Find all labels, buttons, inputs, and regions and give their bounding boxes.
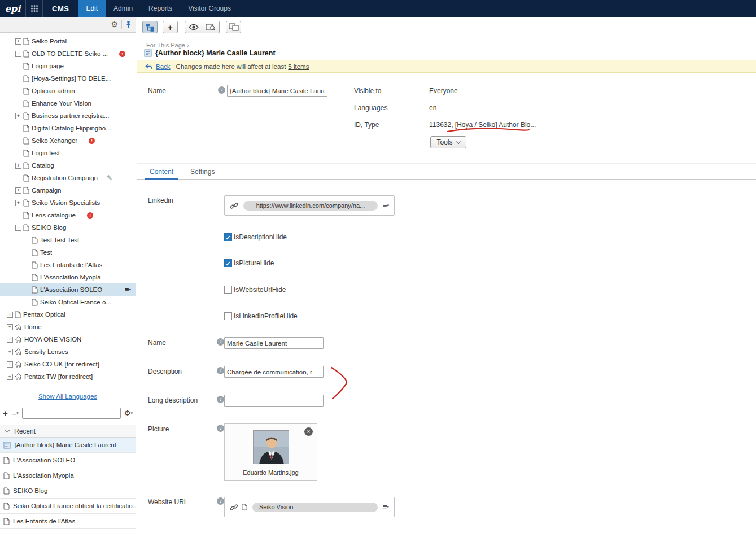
tree-item[interactable]: Digital Catalog Flippingbo... ! ✎ ≡▾ (0, 122, 136, 134)
tree-item[interactable]: + Catalog ! ✎ ≡▾ (0, 159, 136, 172)
tree-item[interactable]: [Hoya-Settings] TO DELE... ! ✎ ≡▾ (0, 72, 136, 85)
expander-icon[interactable]: + (7, 337, 13, 343)
tree-item[interactable]: Registration Campaign ! ✎ ≡▾ (0, 172, 136, 184)
tree-item[interactable]: L'Association SOLEO ! ✎ ≡▾ (0, 283, 136, 296)
tree-item-label: Test Test Test (40, 237, 79, 243)
tree-item[interactable]: Login page ! ✎ ≡▾ (0, 60, 136, 72)
info-icon[interactable]: i (217, 425, 224, 432)
context-menu-button[interactable]: ≡▾ (125, 286, 131, 294)
toggle-structure-button[interactable] (142, 21, 158, 33)
recent-section-header[interactable]: Recent (0, 425, 136, 438)
checkbox[interactable] (224, 259, 232, 267)
content-tab[interactable]: Settings (182, 164, 223, 179)
recent-item[interactable]: L'Association Myopia (0, 468, 136, 483)
expander-icon[interactable]: + (7, 361, 13, 368)
recent-item[interactable]: Seiko Optical France obtient la certific… (0, 499, 136, 514)
picture-drop-area[interactable]: × Eduardo Martins.jpg (224, 423, 317, 481)
tree-item[interactable]: + Campaign ! ✎ ≡▾ (0, 184, 136, 196)
back-link[interactable]: Back (156, 63, 171, 70)
expander-icon[interactable]: − (15, 51, 21, 57)
content-tab[interactable]: Content (141, 164, 182, 179)
checkbox[interactable] (224, 312, 232, 320)
expander-icon[interactable]: + (15, 187, 21, 194)
expander-icon[interactable]: + (7, 324, 13, 330)
tree-item[interactable]: + Home ! ✎ ≡▾ (0, 321, 136, 333)
expander-icon[interactable]: − (15, 225, 21, 231)
expander-icon[interactable]: + (7, 349, 13, 355)
picture-label: Picture (148, 425, 169, 433)
expander-icon[interactable]: + (7, 312, 13, 318)
info-icon[interactable]: i (217, 396, 224, 403)
tools-dropdown-button[interactable]: Tools (430, 136, 466, 148)
tree-item[interactable]: Lens catalogue ! ✎ ≡▾ (0, 209, 136, 221)
recent-item[interactable]: Les Enfants de l'Atlas (0, 514, 136, 529)
expander-icon[interactable]: + (7, 374, 13, 380)
checkbox-label: IsLinkedinProfileHide (234, 312, 298, 320)
tree-item[interactable]: + Seiko CO UK [for redirect] ! ✎ ≡▾ (0, 358, 136, 370)
checkbox[interactable] (224, 286, 232, 294)
back-icon[interactable] (145, 64, 152, 69)
view-settings-button[interactable] (202, 21, 220, 33)
show-all-languages-link[interactable]: Show All Languages (0, 393, 136, 400)
tree-item[interactable]: L'Association Myopia ! ✎ ≡▾ (0, 271, 136, 283)
tree-item[interactable]: Test ! ✎ ≡▾ (0, 246, 136, 259)
tree-item[interactable]: Les Enfants de l'Atlas ! ✎ ≡▾ (0, 259, 136, 271)
tree-item[interactable]: − OLD TO DELETE Seiko ... ! ✎ ≡▾ (0, 47, 136, 60)
tree-item[interactable]: + HOYA ONE VISION ! ✎ ≡▾ (0, 333, 136, 346)
tree-item[interactable]: Login test ! ✎ ≡▾ (0, 147, 136, 159)
tree-item[interactable]: − SEIKO Blog ! ✎ ≡▾ (0, 221, 136, 234)
tree-item[interactable]: + Pentax Optical ! ✎ ≡▾ (0, 308, 136, 321)
description-input[interactable] (224, 366, 324, 378)
long-description-input[interactable] (224, 395, 324, 407)
tree-item[interactable]: Seiko Xchanger ! ✎ ≡▾ (0, 134, 136, 147)
recent-item[interactable]: L'Association SOLEO (0, 453, 136, 468)
expander-icon[interactable]: + (15, 38, 21, 45)
tree-item[interactable]: + Seiko Portal ! ✎ ≡▾ (0, 35, 136, 47)
compare-versions-button[interactable] (226, 21, 241, 33)
recent-item[interactable]: SEIKO Blog (0, 483, 136, 499)
info-icon[interactable]: i (218, 86, 225, 94)
page-name-input[interactable] (227, 85, 327, 97)
affected-items-link[interactable]: 5 items (288, 63, 309, 70)
breadcrumb[interactable]: For This Page › (146, 42, 189, 49)
tree-search-input[interactable] (22, 408, 121, 419)
info-icon[interactable]: i (217, 497, 224, 505)
info-icon[interactable]: i (217, 338, 224, 346)
expander-icon[interactable]: + (15, 200, 21, 206)
website-url-box[interactable]: Seiko Vision ≡▾ (224, 497, 395, 517)
recent-item[interactable]: {Author block} Marie Casile Laurent (0, 438, 136, 453)
selector-menu-icon[interactable]: ≡▾ (383, 202, 389, 209)
topbar-tab[interactable]: Visitor Groups (180, 0, 239, 17)
tree-item[interactable]: Optician admin ! ✎ ≡▾ (0, 85, 136, 97)
pane-settings-gear-icon[interactable]: ⚙ (111, 19, 118, 29)
topbar-tab[interactable]: Edit (78, 0, 106, 17)
tree-item[interactable]: + Seiko Vision Specialists ! ✎ ≡▾ (0, 196, 136, 209)
preview-eye-button[interactable] (185, 21, 202, 33)
name-input[interactable] (224, 337, 324, 349)
topbar-tab[interactable]: Reports (141, 0, 180, 17)
linkedin-url-pill[interactable]: https://www.linkedin.com/company/na... (243, 201, 378, 211)
notice-message: Changes made here will affect at least (176, 63, 286, 70)
tree-item[interactable]: Test Test Test ! ✎ ≡▾ (0, 234, 136, 246)
tree-item[interactable]: Seiko Optical France o... ! ✎ ≡▾ (0, 296, 136, 308)
tree-settings-gear-button[interactable]: ⚙▾ (123, 409, 134, 417)
checkbox[interactable] (224, 233, 232, 241)
tree-item[interactable]: + Business partner registra... ! ✎ ≡▾ (0, 110, 136, 122)
remove-picture-button[interactable]: × (304, 427, 313, 436)
epi-logo[interactable]: epi (0, 0, 26, 17)
tree-options-menu-button[interactable]: ≡▾ (11, 409, 20, 417)
tree-item[interactable]: + Pentax TW [for redirect] ! ✎ ≡▾ (0, 370, 136, 383)
add-item-button[interactable]: + (2, 409, 9, 417)
website-page-pill[interactable]: Seiko Vision (252, 503, 378, 512)
tree-item[interactable]: + Sensity Lenses ! ✎ ≡▾ (0, 346, 136, 358)
tree-item[interactable]: Enhance Your Vision ! ✎ ≡▾ (0, 97, 136, 110)
pin-pane-icon[interactable] (125, 21, 132, 29)
topbar-tab[interactable]: Admin (106, 0, 141, 17)
info-icon[interactable]: i (217, 367, 224, 374)
create-new-button[interactable]: + (163, 21, 178, 33)
selector-menu-icon[interactable]: ≡▾ (383, 503, 389, 511)
expander-icon[interactable]: + (15, 113, 21, 119)
expander-icon[interactable]: + (15, 163, 21, 169)
waffle-menu-icon[interactable] (26, 0, 43, 17)
linkedin-url-box[interactable]: https://www.linkedin.com/company/na... ≡… (224, 195, 395, 216)
